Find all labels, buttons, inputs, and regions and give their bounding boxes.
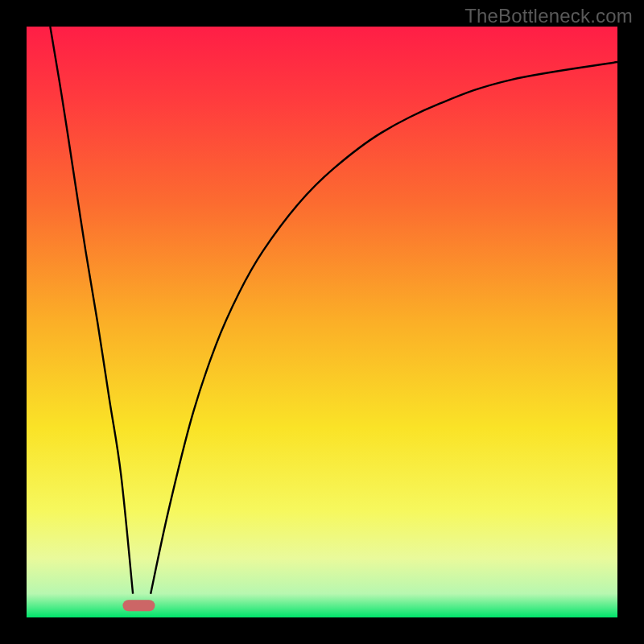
chart-svg xyxy=(0,0,644,644)
frame-right xyxy=(617,0,644,644)
bottleneck-chart: TheBottleneck.com xyxy=(0,0,644,644)
bottleneck-marker xyxy=(122,600,155,611)
frame-left xyxy=(0,0,27,644)
frame-top xyxy=(0,0,644,27)
plot-background xyxy=(27,27,617,617)
frame-bottom xyxy=(0,617,644,644)
